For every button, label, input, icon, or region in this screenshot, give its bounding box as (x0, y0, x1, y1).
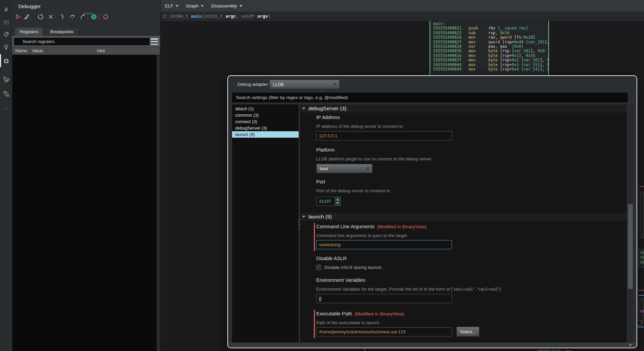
setting-name-env: Environment Variables (316, 277, 365, 283)
command-line-arguments-input[interactable] (316, 240, 452, 249)
settings-gear-icon[interactable] (90, 13, 97, 20)
tab-breakpoints[interactable]: Breakpoints (45, 27, 79, 36)
settings-search-input[interactable] (232, 93, 628, 102)
record-icon[interactable] (102, 13, 109, 20)
refresh-icon[interactable] (163, 14, 167, 19)
dialog-scrollbar[interactable] (628, 104, 633, 343)
chevron-down-icon (240, 5, 242, 7)
restart-icon[interactable] (37, 13, 44, 20)
setting-name-exec: Executable Path(Modified in BinaryView) (316, 311, 404, 316)
disassembly-line: 555555400822subrsp, 0x50 (433, 31, 549, 35)
setting-desc-env: Environment Variables for the target. Pr… (316, 287, 501, 292)
debugger-bug-icon[interactable] (0, 56, 12, 66)
graph-node-fragment (640, 192, 644, 238)
disassembly-line: 555555400821pushrbx {__saved_rbx} (433, 26, 549, 31)
tag-icon[interactable] (0, 30, 12, 40)
settings-category-attach[interactable]: attach (1) (232, 105, 299, 112)
debug-adapter-dropdown[interactable]: LLDB (269, 80, 340, 89)
checkbox-label[interactable]: Disable ASLR during launch. (324, 265, 383, 270)
collapse-triangle-icon[interactable] (302, 216, 305, 218)
scrollbar-down-button[interactable] (628, 343, 633, 348)
collapse-triangle-icon[interactable] (302, 108, 305, 110)
splitter-handle[interactable] (299, 219, 300, 231)
debugger-panel: Debugger (12, 0, 160, 351)
binary-ninja-window: # {T} ··· Debugger (0, 0, 644, 351)
toolbar-drag-handle[interactable] (84, 13, 92, 14)
view-type-bar: ELFGraphDisassembly (160, 0, 644, 12)
environment-variables-input[interactable] (316, 294, 452, 303)
toolbar-separator (99, 14, 99, 20)
debug-adapter-value: LLDB (273, 82, 284, 87)
debug-adapter-settings-dialog: Debug adapter: LLDB attach (1)common (3)… (227, 75, 637, 348)
setting-desc-platform: LLDB platform plugin to use to connect t… (316, 156, 432, 161)
chevron-down-icon (201, 5, 204, 7)
step-into-icon[interactable] (58, 13, 66, 20)
disassembly-line: 555555400836movbyte [rsp {var_58}], 0x9 (433, 49, 549, 53)
dialog-bottom-strip (228, 343, 637, 348)
port-input[interactable] (316, 197, 335, 206)
attach-pen-icon[interactable] (23, 13, 31, 20)
activity-sidebar: # {T} ··· (0, 0, 12, 351)
settings-category-debugServer[interactable]: debugServer (3) (232, 125, 299, 131)
register-search-strip (12, 36, 160, 47)
setting-name-platform: Platform (316, 147, 335, 153)
disassembly-line: main: (433, 22, 549, 26)
menu-graph[interactable]: Graph (186, 3, 204, 8)
graph-text-fragment: ] (641, 320, 643, 325)
platform-dropdown[interactable]: host (316, 164, 373, 173)
modified-indicator-bar (314, 310, 315, 338)
spinner-up-icon[interactable] (336, 198, 339, 200)
disassembly-line: 55555540082fmovqword [rsp+0x48 {var_10}]… (433, 40, 549, 44)
more-options-icon[interactable]: ··· (0, 103, 12, 113)
settings-content-pane: debugServer (3) IP Address IP address of… (300, 104, 627, 343)
toolbar-separator (88, 14, 88, 20)
hamburger-menu-icon[interactable] (151, 38, 158, 45)
settings-category-list: attach (1)common (3)connect (3)debugServ… (232, 104, 299, 343)
types-icon[interactable]: {T} (0, 17, 12, 27)
setting-desc-port: Port of the debug server to connect to (316, 188, 390, 193)
settings-category-connect[interactable]: connect (3) (232, 118, 299, 125)
modified-tag: (Modified in BinaryView) (377, 224, 427, 229)
registers-table-header: Name Value Hint (12, 47, 160, 55)
graph-node-fragment: 555555 (639, 249, 644, 268)
disassembly-basic-block: main:555555400821pushrbx {__saved_rbx}55… (430, 21, 549, 76)
search-registers-input[interactable] (14, 38, 150, 45)
scrollbar-thumb[interactable] (628, 204, 633, 289)
disassembly-line: 555555400834xoreax, eax {0x0} (433, 44, 549, 49)
section-title: debugServer (3) (308, 105, 346, 112)
settings-category-launch[interactable]: launch (9) (232, 131, 299, 138)
section-title: launch (9) (308, 214, 332, 220)
section-header-debugserver: debugServer (3) (300, 104, 627, 113)
stop-close-icon[interactable] (47, 13, 54, 20)
disassembly-line: 555555400826movrax, qword [fs:0x28] (433, 35, 549, 40)
registers-scrollbar[interactable] (156, 55, 160, 351)
disable-aslr-checkbox[interactable]: ✓ (316, 265, 321, 270)
step-return-icon[interactable] (79, 13, 86, 20)
registers-table-body[interactable] (12, 55, 156, 351)
sidebar-divider (3, 70, 10, 71)
menu-elf[interactable]: ELF (165, 3, 178, 8)
spinner-down-icon[interactable] (336, 202, 339, 204)
settings-category-common[interactable]: common (3) (232, 112, 299, 118)
setting-desc-exec: Path of the executable to launch. (316, 320, 380, 325)
graph-edge-red (639, 186, 644, 187)
platform-value: host (320, 166, 328, 171)
cross-references-icon[interactable] (0, 89, 12, 99)
step-over-icon[interactable] (69, 13, 76, 20)
setting-desc-ip: IP address of the debug server to connec… (316, 124, 403, 129)
hash-symbols-icon[interactable]: # (0, 5, 12, 15)
menu-disassembly[interactable]: Disassembly (211, 3, 242, 8)
hierarchy-icon[interactable] (0, 74, 12, 84)
location-pin-icon[interactable] (0, 42, 12, 52)
select-file-button[interactable]: Select... (456, 327, 479, 337)
toolbar-separator (56, 14, 56, 20)
debug-adapter-label: Debug adapter: (238, 82, 269, 87)
section-header-launch: launch (9) (300, 213, 627, 221)
disassembly-line: 555555400844movbyte [rsp+0x3 {var_55}], … (433, 63, 549, 67)
ip-address-input[interactable] (316, 131, 452, 140)
disassembly-line: 55555540083amovbyte [rsp+0x1], 0x35 (433, 54, 549, 58)
disassembly-line: 55555540083fmovbyte [rsp+0x2 {var_56}], … (433, 58, 549, 62)
run-button[interactable] (14, 13, 22, 20)
tab-registers[interactable]: Registers (15, 27, 43, 36)
executable-path-input[interactable] (316, 327, 452, 336)
